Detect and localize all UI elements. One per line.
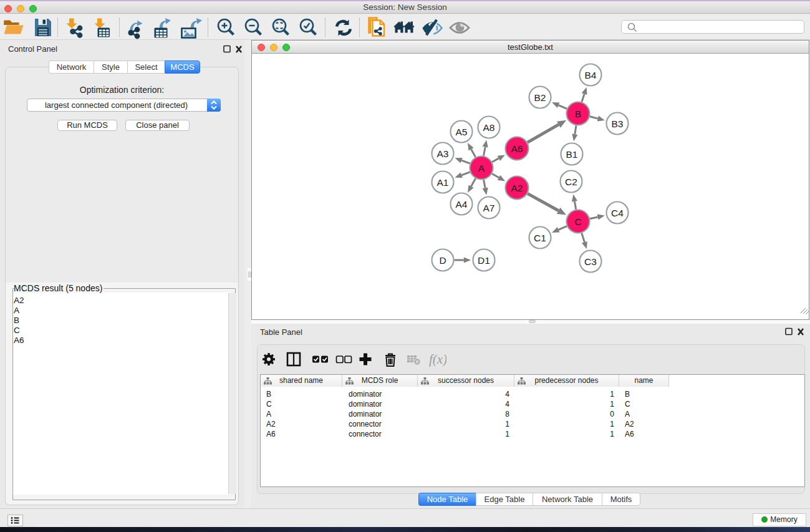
svg-text:B4: B4	[585, 70, 597, 80]
svg-text:A5: A5	[456, 127, 468, 137]
svg-text:D: D	[439, 255, 446, 266]
svg-text:B3: B3	[612, 118, 624, 129]
svg-text:C2: C2	[565, 177, 577, 187]
svg-text:A8: A8	[483, 122, 495, 133]
svg-text:A7: A7	[483, 203, 495, 213]
svg-text:A3: A3	[437, 148, 449, 159]
svg-text:B2: B2	[534, 92, 546, 103]
svg-text:A: A	[478, 163, 485, 173]
svg-text:C: C	[574, 216, 581, 227]
svg-text:B1: B1	[566, 149, 578, 160]
svg-text:A1: A1	[437, 177, 449, 188]
svg-text:f(x): f(x)	[429, 352, 446, 367]
svg-text:D1: D1	[478, 255, 490, 266]
svg-text:A2: A2	[511, 183, 523, 193]
svg-text:C4: C4	[611, 208, 624, 218]
svg-text:B: B	[575, 109, 581, 119]
svg-text:C3: C3	[584, 256, 597, 267]
svg-text:A6: A6	[511, 143, 523, 154]
svg-text:C1: C1	[534, 233, 546, 243]
svg-text:A4: A4	[456, 199, 468, 210]
